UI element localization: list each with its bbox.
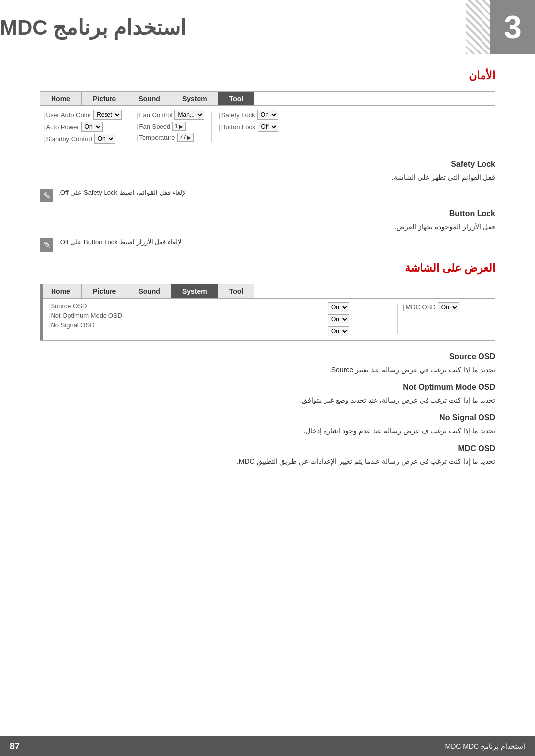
table-row: Safety Lock On bbox=[218, 110, 278, 120]
no-signal-osd-select[interactable]: On bbox=[328, 326, 349, 336]
tab-picture-2[interactable]: Picture bbox=[82, 284, 127, 298]
tab-picture-1[interactable]: Picture bbox=[82, 92, 127, 105]
fan-control-select[interactable]: Man... bbox=[174, 110, 204, 120]
tab-home-1[interactable]: Home bbox=[40, 92, 82, 105]
no-signal-osd-label: No Signal OSD bbox=[48, 321, 95, 329]
divider bbox=[129, 112, 129, 142]
section2-heading: العرض على الشاشة bbox=[40, 262, 495, 275]
safety-lock-heading: Safety Lock bbox=[40, 160, 495, 169]
source-osd-desc: تحديد ما إذا كنت ترغب في عرض رسالة عند ت… bbox=[40, 364, 495, 376]
table-row: Source OSD bbox=[48, 302, 326, 310]
osd-col1: Source OSD Not Optimum Mode OSD No Signa… bbox=[48, 302, 326, 336]
page-content: الأمان Home Picture Sound System Tool Us… bbox=[0, 54, 535, 503]
standby-control-select[interactable]: On bbox=[94, 134, 115, 144]
tab-sound-1[interactable]: Sound bbox=[127, 92, 171, 105]
fan-speed-display: 1 bbox=[175, 123, 178, 130]
row-label-button-lock: Button Lock bbox=[218, 123, 255, 131]
footer-page-number: 87 bbox=[10, 741, 20, 752]
tab-col-3: Safety Lock On Button Lock Off bbox=[218, 110, 278, 144]
header-decoration bbox=[466, 0, 490, 54]
tab-sound-2[interactable]: Sound bbox=[127, 284, 171, 298]
tab-tool-2[interactable]: Tool bbox=[218, 284, 255, 298]
note-icon-2: ✎ bbox=[40, 238, 54, 252]
table-row: On bbox=[328, 314, 392, 324]
header-title: استخدام برنامج MDC bbox=[0, 15, 186, 40]
button-lock-note-text: لإلغاء قفل الأزرار اضبط Button Lock على … bbox=[58, 238, 181, 246]
button-lock-desc: قفل الأزرار الموجودة بجهاز العرض. bbox=[40, 221, 495, 233]
mdc-osd-heading: MDC OSD bbox=[40, 444, 495, 453]
tab-bar-2: Home Picture Sound System Tool bbox=[40, 284, 495, 299]
no-signal-desc: تحديد ما إذا كنت ترغب ف عرض رسالة عند عد… bbox=[40, 425, 495, 437]
source-osd-heading: Source OSD bbox=[40, 353, 495, 361]
source-osd-select[interactable]: On bbox=[328, 302, 349, 312]
source-osd-label: Source OSD bbox=[48, 302, 87, 310]
fan-speed-arrow[interactable]: ▶ bbox=[179, 124, 183, 129]
temperature-value: 77 ▶ bbox=[177, 133, 194, 142]
table-row: Temperature 77 ▶ bbox=[136, 133, 204, 142]
temperature-arrow[interactable]: ▶ bbox=[187, 135, 191, 140]
divider bbox=[397, 304, 398, 334]
not-optimum-heading: Not Optimum Mode OSD bbox=[40, 383, 495, 392]
note-icon-1: ✎ bbox=[40, 189, 54, 202]
safety-lock-select[interactable]: On bbox=[257, 110, 278, 120]
button-lock-note: لإلغاء قفل الأزرار اضبط Button Lock على … bbox=[40, 238, 495, 252]
not-optimum-osd-select[interactable]: On bbox=[328, 314, 349, 324]
row-label-standby-control: Standby Control bbox=[43, 135, 92, 143]
table-row: Fan Speed 1 ▶ bbox=[136, 122, 204, 131]
safety-lock-note-text: لإلغاء قفل القوائم، اضبط Safety Lock على… bbox=[58, 189, 186, 196]
mdc-osd-label: MDC OSD bbox=[403, 303, 436, 311]
temperature-display: 77 bbox=[180, 134, 186, 141]
table-row: Not Optimum Mode OSD bbox=[48, 312, 326, 319]
table-row: User Auto Color Reset bbox=[43, 110, 122, 120]
row-label-temperature: Temperature bbox=[136, 134, 175, 141]
mdc-osd-select[interactable]: On bbox=[438, 302, 459, 312]
osd-col3: MDC OSD On bbox=[403, 302, 492, 336]
tab-bar-1: Home Picture Sound System Tool bbox=[40, 92, 495, 106]
divider bbox=[211, 112, 212, 142]
tab-container-2: Home Picture Sound System Tool Source OS… bbox=[40, 284, 495, 341]
footer-text: استخدام برنامج MDC MDC bbox=[445, 742, 525, 750]
row-label-safety-lock: Safety Lock bbox=[218, 111, 255, 119]
page-footer: 87 استخدام برنامج MDC MDC bbox=[0, 736, 535, 756]
osd-tab-content: Source OSD Not Optimum Mode OSD No Signa… bbox=[40, 299, 495, 340]
row-label-fan-speed: Fan Speed bbox=[136, 123, 170, 130]
tab-col-1: User Auto Color Reset Auto Power On Stan… bbox=[43, 110, 122, 144]
tab-home-2[interactable]: Home bbox=[40, 284, 82, 298]
button-lock-select[interactable]: Off bbox=[258, 122, 278, 132]
table-row: Fan Control Man... bbox=[136, 110, 204, 120]
table-row: Auto Power On bbox=[43, 122, 122, 132]
safety-lock-note: لإلغاء قفل القوائم، اضبط Safety Lock على… bbox=[40, 189, 495, 202]
table-row: No Signal OSD bbox=[48, 321, 326, 329]
row-label-user-auto-color: User Auto Color bbox=[43, 111, 91, 119]
safety-lock-desc: قفل القوائم التي تظهر على الشاشة. bbox=[40, 172, 495, 184]
auto-power-select[interactable]: On bbox=[81, 122, 103, 132]
not-optimum-osd-label: Not Optimum Mode OSD bbox=[48, 312, 122, 319]
tab-system-1[interactable]: System bbox=[171, 92, 218, 105]
mdc-osd-desc: تحديد ما إذا كنت ترغب في عرض رسالة عندما… bbox=[40, 456, 495, 468]
not-optimum-desc: تحديد ما إذا كنت ترغب في عرض رسالة، عند … bbox=[40, 395, 495, 406]
section1-heading: الأمان bbox=[40, 69, 495, 82]
tab-container-1: Home Picture Sound System Tool User Auto… bbox=[40, 91, 495, 148]
tab-tool-1[interactable]: Tool bbox=[218, 92, 255, 105]
fan-speed-value: 1 ▶ bbox=[172, 122, 186, 131]
tab-content-1: User Auto Color Reset Auto Power On Stan… bbox=[40, 106, 495, 148]
row-label-auto-power: Auto Power bbox=[43, 123, 79, 131]
table-row: Button Lock Off bbox=[218, 122, 278, 132]
tab-col-2: Fan Control Man... Fan Speed 1 ▶ Tempera… bbox=[136, 110, 204, 144]
chapter-badge: 3 bbox=[490, 0, 535, 54]
tab-system-2[interactable]: System bbox=[171, 284, 218, 298]
user-auto-color-select[interactable]: Reset bbox=[93, 110, 122, 120]
row-label-fan-control: Fan Control bbox=[136, 111, 172, 119]
table-row: Standby Control On bbox=[43, 134, 122, 144]
osd-left-bar bbox=[40, 284, 43, 340]
page-header: استخدام برنامج MDC 3 bbox=[0, 0, 535, 54]
no-signal-heading: No Signal OSD bbox=[40, 413, 495, 422]
table-row: On bbox=[328, 326, 392, 336]
osd-col2: On On On bbox=[328, 302, 392, 336]
table-row: MDC OSD On bbox=[403, 302, 492, 312]
button-lock-heading: Button Lock bbox=[40, 209, 495, 218]
table-row: On bbox=[328, 302, 392, 312]
